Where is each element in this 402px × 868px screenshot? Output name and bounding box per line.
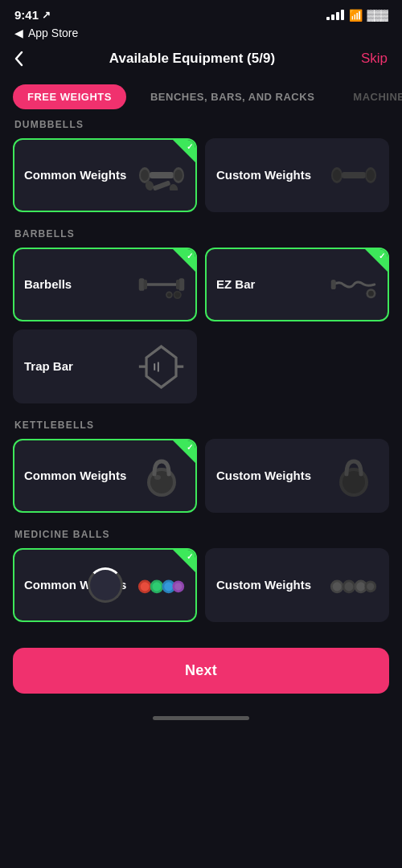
empty-cell: [205, 330, 389, 403]
svg-rect-1: [150, 172, 174, 178]
nav-bar: Available Equipment (5/9) Skip: [0, 44, 402, 76]
svg-point-4: [174, 170, 183, 181]
app-store-back[interactable]: ◀ App Store: [0, 25, 402, 44]
check-icon: ✓: [187, 252, 193, 260]
app-store-label[interactable]: App Store: [28, 27, 78, 39]
medicine-balls-grid: ✓ Common Weights Cust: [13, 548, 389, 622]
card-label: Custom Weights: [216, 468, 330, 484]
custom-kettlebell-icon: [330, 452, 378, 500]
card-ez-bar[interactable]: ✓ EZ Bar: [205, 248, 389, 321]
status-bar: 9:41 ↗ 📶 ▓▓▓: [0, 0, 402, 25]
dumbbells-grid: ✓ Common Weights Custom Weights: [13, 138, 389, 212]
svg-point-32: [154, 475, 161, 480]
card-label: Trap Bar: [24, 358, 137, 375]
check-icon: ✓: [187, 552, 193, 561]
section-label-medicine-balls: MEDICINE BALLS: [13, 529, 389, 540]
svg-point-42: [174, 583, 182, 590]
kettlebell-icon: [137, 452, 186, 500]
custom-dumbbells-icon: [330, 151, 378, 199]
section-dumbbells: DUMBBELLS ✓ Common Weights: [0, 119, 402, 228]
dumbbells-icon: [137, 151, 186, 199]
home-indicator: [0, 710, 402, 725]
check-icon: ✓: [187, 142, 193, 151]
tab-benches-bars-racks[interactable]: BENCHES, BARS, AND RACKS: [136, 84, 329, 109]
ez-bar-icon: [330, 260, 378, 309]
home-bar: [153, 716, 249, 720]
svg-point-40: [164, 582, 173, 591]
svg-point-3: [141, 170, 149, 181]
section-label-kettlebells: KETTLEBELLS: [13, 420, 389, 431]
time: 9:41: [14, 8, 39, 22]
barbells-grid: ✓ Barbells: [13, 248, 389, 321]
card-trap-bar[interactable]: Trap Bar: [13, 330, 197, 403]
trap-bar-icon: [137, 342, 186, 391]
svg-rect-14: [139, 278, 145, 290]
signal-icon: [326, 10, 344, 20]
section-label-dumbbells: DUMBBELLS: [13, 119, 389, 130]
loading-spinner: [88, 567, 123, 603]
svg-rect-16: [178, 278, 184, 290]
barbell-icon: [137, 260, 186, 309]
card-custom-weights-kb[interactable]: Custom Weights: [205, 439, 389, 513]
back-button[interactable]: [14, 51, 23, 67]
barbells-row2: Trap Bar: [13, 330, 389, 403]
section-barbells: BARBELLS ✓ Barbells: [0, 228, 402, 420]
svg-point-44: [333, 582, 342, 591]
tab-machines[interactable]: MACHINES: [338, 84, 402, 109]
card-label: EZ Bar: [216, 276, 330, 293]
svg-point-38: [152, 582, 161, 591]
svg-point-24: [368, 291, 374, 297]
section-kettlebells: KETTLEBELLS ✓ Common Weights: [0, 420, 402, 529]
card-common-weights-mb[interactable]: ✓ Common Weights: [13, 548, 197, 622]
card-label: Common Weights: [24, 167, 137, 183]
svg-rect-6: [153, 180, 171, 190]
svg-rect-15: [144, 280, 147, 289]
medicine-balls-icon: [137, 561, 186, 609]
card-label: Barbells: [24, 276, 137, 293]
back-arrow-small: ◀: [14, 27, 23, 39]
wifi-icon: 📶: [349, 9, 363, 22]
svg-point-12: [367, 170, 375, 181]
card-label: Custom Weights: [216, 167, 330, 183]
svg-rect-9: [342, 172, 366, 178]
svg-point-50: [367, 583, 374, 590]
card-label: Common Weights: [24, 468, 137, 484]
card-barbells[interactable]: ✓ Barbells: [13, 248, 197, 321]
battery-icon: ▓▓▓: [367, 9, 388, 21]
kettlebells-grid: ✓ Common Weights Custom Weights: [13, 439, 389, 513]
check-icon: ✓: [187, 443, 193, 452]
svg-point-21: [167, 293, 171, 297]
location-icon: ↗: [42, 9, 51, 21]
next-button[interactable]: Next: [13, 648, 389, 694]
svg-point-11: [333, 170, 341, 181]
svg-point-36: [141, 582, 150, 591]
page-title: Available Equipment (5/9): [109, 51, 275, 67]
svg-marker-25: [146, 346, 176, 387]
card-common-weights-db[interactable]: ✓ Common Weights: [13, 138, 197, 212]
svg-rect-22: [331, 280, 336, 289]
custom-medicine-balls-icon: [330, 561, 378, 609]
card-common-weights-kb[interactable]: ✓ Common Weights: [13, 439, 197, 513]
card-label: Custom Weights: [216, 577, 330, 593]
skip-button[interactable]: Skip: [361, 51, 388, 67]
category-tabs: FREE WEIGHTS BENCHES, BARS, AND RACKS MA…: [0, 76, 402, 119]
next-button-container: Next: [0, 638, 402, 710]
svg-point-46: [344, 582, 353, 591]
status-icons: 📶 ▓▓▓: [326, 9, 388, 22]
card-custom-weights-mb[interactable]: Custom Weights: [205, 548, 389, 622]
svg-point-48: [356, 582, 365, 591]
check-icon: ✓: [379, 252, 385, 260]
tab-free-weights[interactable]: FREE WEIGHTS: [13, 84, 126, 109]
section-label-barbells: BARBELLS: [13, 228, 389, 240]
section-medicine-balls: MEDICINE BALLS ✓ Common Weights: [0, 529, 402, 638]
card-custom-weights-db[interactable]: Custom Weights: [205, 138, 389, 212]
svg-point-19: [174, 292, 180, 297]
svg-rect-17: [176, 280, 179, 289]
